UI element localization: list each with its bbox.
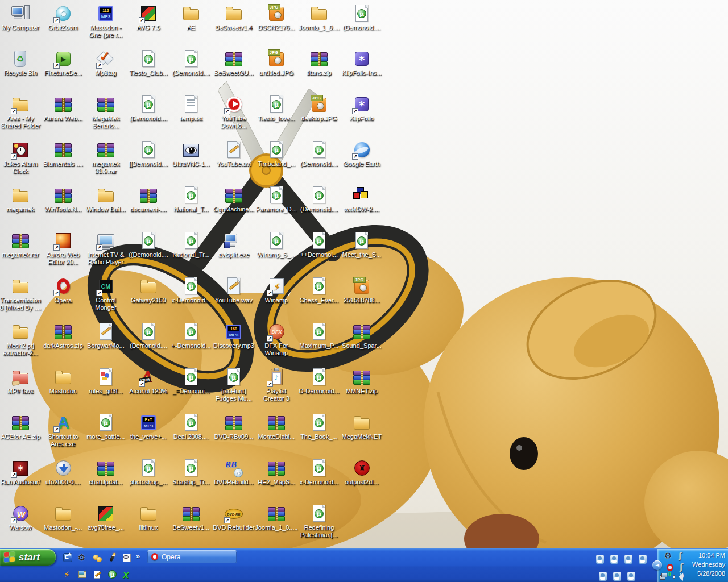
desktop-icon-x-demonoid[interactable]: µx-Demonoid...	[169, 277, 213, 304]
desktop-icon-o-demonoid[interactable]: µO-Demonoid...	[297, 368, 341, 395]
desktop-icon-ae[interactable]: AE	[169, 4, 213, 31]
desktop-icon-demonoid[interactable]: µ(Demonoid....	[126, 95, 171, 122]
desktop-icon-avg75free[interactable]: avg75free_...	[84, 504, 128, 531]
desktop-icon-trancemission-8-mixed-by[interactable]: Trancemission 8 [Mixed By ....	[0, 277, 43, 311]
desktop-icon-sound-spar[interactable]: Sound_Spar...	[340, 322, 384, 350]
desktop-icon-isohunt-fudges-mu[interactable]: µ[isoHunt] Fudges Mu...	[212, 368, 256, 402]
desktop-icon-joomla-1-0[interactable]: Joomla_1_0.....	[254, 504, 299, 531]
desktop-icon-rules-gif3f[interactable]: rules_gif3f...	[84, 368, 128, 395]
quicklaunch-image-viewer-icon[interactable]	[78, 570, 88, 580]
tray-overflow-icon[interactable]	[599, 572, 607, 581]
desktop-icon-aurora-web-editor-20[interactable]: ↗Aurora Web Editor 20...	[41, 231, 85, 266]
desktop-icon-control-monger[interactable]: CM↗Control Monger	[84, 277, 128, 311]
desktop-icon-mastodon-one-pre-r[interactable]: 112MP3Mastodon - One (pre r...	[84, 4, 128, 39]
quicklaunch-notepad-pencil-icon[interactable]	[93, 570, 102, 580]
desktop-icon-demonoid[interactable]: µ[[Demonoid....	[126, 140, 171, 168]
desktop-icon-outpost2dl[interactable]: ♜outpost2dl...	[340, 459, 384, 486]
desktop-icon-redefining-palestinian[interactable]: µRedefining Palestinian[...	[297, 504, 341, 539]
desktop-icon-national-t[interactable]: µNational_T...	[169, 186, 213, 213]
desktop-icon-he2-maps[interactable]: HE2_MapS...	[254, 459, 299, 486]
desktop-icon-photoshop[interactable]: µphotoshop_...	[126, 459, 171, 486]
desktop-icon-blumentals[interactable]: Blumentals ....	[41, 140, 85, 168]
desktop-icon-mastodon[interactable]: Mastodon	[41, 368, 85, 395]
desktop-icon-avg-7-5[interactable]: ↗AVG 7.5	[126, 4, 171, 31]
desktop-icon-window-buil[interactable]: Window Buil...	[84, 186, 128, 213]
desktop-icon-megamek-senario[interactable]: MegaMek Senario...	[84, 95, 128, 130]
desktop-icon-demonoi[interactable]: µ++Demonoi...	[297, 231, 341, 259]
desktop-icon-shortcut-to-ares-exe[interactable]: A↗Shortcut to Ares.exe	[41, 413, 85, 448]
desktop-icon-temp-txt[interactable]: temp.txt	[169, 95, 213, 122]
task-button-opera[interactable]: Opera	[147, 550, 237, 563]
tray-network-activity-icon[interactable]: ))	[660, 572, 670, 581]
desktop-icon-more-battle[interactable]: µmore_battle...	[84, 413, 128, 440]
desktop-icon-besweetv1[interactable]: BeSweetv1...	[169, 504, 213, 531]
desktop-icon-besweetgu[interactable]: BeSweetGU...	[212, 49, 256, 77]
desktop-icon-deal-2008[interactable]: µDeal.2008....	[169, 413, 213, 440]
desktop-icon-demonoi[interactable]: µ_=Demonoi...	[169, 368, 213, 395]
desktop-icon-dvd-rbv09[interactable]: DVD-RBv09...	[212, 413, 256, 440]
desktop-icon-paramore-d[interactable]: µParamore_D...	[254, 186, 299, 213]
desktop-icon-wintools-n[interactable]: WinTools.N...	[41, 186, 85, 213]
tray-overflow-icon[interactable]	[613, 572, 621, 581]
desktop-icon-titans-zip[interactable]: titans.zip	[297, 49, 341, 77]
desktop-icon-demonoid[interactable]: µ+-Demonoid...	[169, 322, 213, 350]
desktop-icon-alcohol-120[interactable]: A120%↗Alcohol 120%	[126, 368, 171, 395]
tray-overflow-icon[interactable]	[610, 555, 618, 564]
desktop-icon-acefor-ae-zip[interactable]: ACEfor AE.zip	[0, 413, 43, 440]
desktop-icon-document[interactable]: document-....	[126, 186, 171, 213]
desktop-icon-jakes-alarm-clock[interactable]: ↗Jakes Alarm Clock	[0, 140, 43, 175]
desktop-icon-mmnet-zip[interactable]: MMNET.zip	[340, 368, 384, 395]
tray-overflow-icon[interactable]	[624, 555, 632, 564]
desktop-icon-winamp-5[interactable]: µWinamp_5_...	[254, 231, 299, 259]
desktop-icon-wxmsw-2[interactable]: wxMSW-2....	[340, 186, 384, 213]
desktop-icon-251518788[interactable]: JPG251518788...	[340, 277, 384, 304]
desktop-icon-winamp[interactable]: ⚡↗Winamp	[254, 277, 299, 304]
desktop-icon-joomla-1-0[interactable]: Joomla_1_0....	[297, 4, 341, 31]
desktop-icon-internet-tv-radio-player[interactable]: ↗Internet TV & Radio Player	[84, 231, 128, 266]
desktop-icon-warsow[interactable]: W↗Warsow	[0, 504, 43, 531]
quicklaunch-utorrent-icon[interactable]: µ	[107, 570, 117, 580]
desktop-icon-opera[interactable]: ↗Opera	[41, 277, 85, 304]
quick-launch-more-chevron[interactable]: »	[136, 552, 140, 561]
desktop-icon-tiesto-club[interactable]: µTiesto_Club...	[126, 49, 171, 77]
desktop-icon-mastodon[interactable]: Mastodon_-...	[41, 504, 85, 531]
desktop-icon-untitled-jpg[interactable]: JPGuntitled.JPG	[254, 49, 299, 77]
desktop-icon-maximum-p[interactable]: µMaximum_P...	[297, 322, 341, 350]
desktop-icon-ultravnc-1[interactable]: UltraVNC-1...	[169, 140, 213, 168]
tray-overflow-icon[interactable]	[627, 572, 635, 581]
tray-opera-icon[interactable]	[665, 563, 676, 572]
desktop-icon-borgwarmo[interactable]: BorgwarMo...	[84, 322, 128, 350]
desktop-icon-chess-ever[interactable]: µChess_Ever...	[297, 277, 341, 304]
quicklaunch-robot-box-icon[interactable]	[122, 553, 132, 563]
desktop-icon-orbitzoom[interactable]: ↗OrbitZoom	[41, 4, 85, 31]
desktop-icon-mech2-prj-extractor-2[interactable]: Mech2 prj extractor-2...	[0, 322, 43, 357]
desktop-icon-megamek-rar[interactable]: megamek.rar	[0, 231, 43, 259]
desktop-icon-mp-favs[interactable]: MP# favs	[0, 368, 43, 395]
desktop-icon-ufo2000-0[interactable]: ufo2000-0....	[41, 459, 85, 486]
tray-app-gear-icon[interactable]: ⚙	[664, 551, 675, 561]
desktop-icon-youtube-wav[interactable]: YouTube.wav	[212, 277, 256, 304]
desktop-icon-tiesto-love[interactable]: µTiesto_love...	[254, 95, 299, 122]
desktop-icon-desktop-jpg[interactable]: JPGdesktop.JPG	[297, 95, 341, 122]
desktop-icon-megamek[interactable]: megamek	[0, 186, 43, 213]
desktop-icon-dvd-rebuilder[interactable]: DVD-RB↗DVD Rebuilder	[212, 504, 256, 531]
tray-chevron-button[interactable]: ◄	[652, 560, 662, 570]
desktop-icon-besweetv1-4[interactable]: BeSweetv1.4	[212, 4, 256, 31]
desktop-icon-demonoid[interactable]: µ(Demonoid....	[297, 140, 341, 168]
tray-volume-icon[interactable]: ))	[672, 572, 682, 581]
desktop-icon-the-verve[interactable]: ExTMP3the_verve+...	[126, 413, 171, 440]
quicklaunch-refresh-blue-icon[interactable]	[63, 553, 73, 563]
desktop-icon-liltlinux[interactable]: liltlinux	[126, 504, 171, 531]
desktop-icon-demonoid[interactable]: µ(Demonoid....	[340, 4, 384, 31]
desktop-icon-klipfolio-ins[interactable]: *KlipFolio-Ins...	[340, 49, 384, 77]
quicklaunch-winamp-bolt-icon[interactable]: ⚡	[63, 570, 73, 580]
desktop-icon-recycle-bin[interactable]: ♻Recycle Bin	[0, 49, 43, 77]
desktop-icon-oggmachine[interactable]: OggMachine...	[212, 186, 256, 213]
tray-gray-swoosh-icon[interactable]: ʃ	[678, 563, 688, 572]
desktop-icon-starship-tr[interactable]: µStarship_Tr...	[169, 459, 213, 486]
desktop-icon-demonoid[interactable]: µ(Demonoid....	[126, 322, 171, 350]
desktop-icon-aurora-web[interactable]: Aurora Web...	[41, 95, 85, 122]
desktop-icon-discovery-mp3[interactable]: 160MP3Discovery.mp3	[212, 322, 256, 350]
desktop-icon-megamek-33-9-rar[interactable]: megamek 33.9.rar	[84, 140, 128, 175]
desktop-icon-demonoid[interactable]: µ(Demonoid....	[297, 186, 341, 213]
